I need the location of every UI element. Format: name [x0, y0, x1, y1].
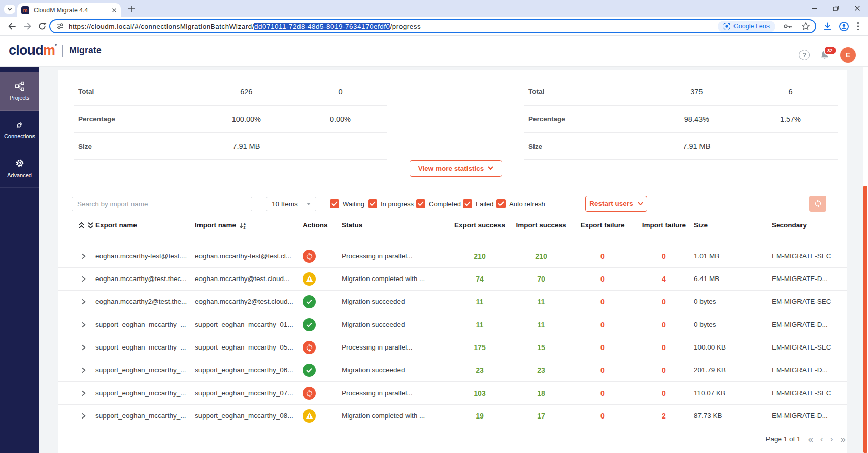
restart-users-button[interactable]: Restart users — [585, 196, 647, 212]
column-header-export-failure[interactable]: Export failure — [577, 218, 628, 232]
scrollbar-thumb[interactable] — [863, 186, 867, 453]
row-expand-button[interactable] — [80, 298, 87, 305]
checkbox-checked[interactable] — [416, 199, 425, 208]
logo-dot — [55, 44, 57, 46]
search-input[interactable] — [72, 197, 252, 211]
first-page-icon[interactable]: « — [808, 434, 814, 444]
row-expand-chevron-icon — [80, 367, 87, 374]
notifications-button[interactable]: 32 — [820, 50, 830, 60]
collapse-all-icon[interactable] — [78, 221, 85, 229]
import-statistics-table: Total3756Percentage98.43%1.57%Size7.91 M… — [524, 78, 838, 160]
row-expand-button[interactable] — [80, 275, 87, 283]
column-header-import-failure[interactable]: Import failure — [639, 218, 689, 232]
status-action-icon[interactable] — [303, 318, 316, 331]
back-button[interactable] — [7, 21, 17, 31]
row-expand-button[interactable] — [80, 412, 87, 420]
row-expand-chevron-icon — [80, 298, 87, 305]
column-header-status[interactable]: Status — [342, 218, 362, 232]
expand-all-icon[interactable] — [87, 221, 94, 229]
status-cell: Migration succeeded — [342, 291, 405, 313]
export-success-cell: 19 — [454, 405, 505, 427]
page-size-select[interactable]: 10 Items — [266, 197, 316, 211]
row-expand-chevron-icon — [80, 253, 87, 260]
import-name-cell: support_eoghan_mccarthy_08... — [195, 405, 293, 427]
check-icon — [331, 201, 338, 206]
import-name-cell: support_eoghan_mccarthy_06... — [195, 359, 293, 381]
column-header-import-name[interactable]: Import name AZ — [195, 218, 247, 232]
next-page-icon[interactable]: › — [830, 435, 833, 443]
import-name-cell: eoghan.mccarthy-test@test.cl... — [195, 245, 291, 267]
previous-page-icon[interactable]: ‹ — [820, 435, 823, 443]
filter-checkbox-completed[interactable]: Completed — [416, 197, 461, 211]
checkbox-checked[interactable] — [496, 199, 506, 208]
filter-checkbox-in-progress[interactable]: In progress — [368, 197, 414, 211]
column-header-export-success[interactable]: Export success — [454, 218, 505, 232]
export-success-cell: 175 — [454, 336, 505, 359]
download-icon[interactable] — [823, 22, 832, 31]
tab-close-icon[interactable] — [112, 8, 117, 13]
cloudm-favicon: m — [21, 6, 29, 14]
bookmark-star-icon[interactable] — [801, 22, 810, 31]
reload-button[interactable] — [37, 21, 47, 31]
status-action-icon[interactable] — [303, 250, 316, 263]
import-success-cell: 70 — [516, 268, 566, 290]
url-text[interactable]: https://cloudm.local/#/connectionsMigrat… — [69, 23, 718, 30]
forward-button[interactable] — [22, 21, 32, 31]
export-name-cell: support_eoghan_mccarthy_... — [95, 336, 186, 359]
success-check-icon — [305, 321, 313, 329]
new-tab-button[interactable] — [128, 5, 135, 12]
avatar[interactable]: E — [840, 47, 856, 63]
column-header-import-success[interactable]: Import success — [516, 218, 566, 232]
import-success-cell: 11 — [516, 291, 566, 313]
browser-tab[interactable]: m CloudM Migrate 4.4 — [17, 3, 121, 17]
help-icon[interactable]: ? — [799, 50, 810, 60]
chevron-down-icon — [638, 202, 643, 206]
filter-checkbox-auto-refresh[interactable]: Auto refresh — [496, 197, 545, 211]
tab-search-button[interactable] — [4, 5, 15, 14]
refresh-table-button[interactable] — [809, 196, 826, 212]
password-key-icon[interactable] — [783, 22, 793, 31]
profile-icon[interactable] — [839, 21, 849, 32]
row-expand-button[interactable] — [80, 253, 87, 260]
filter-checkbox-failed[interactable]: Failed — [463, 197, 493, 211]
minimize-button[interactable] — [804, 0, 825, 16]
google-lens-button[interactable]: Google Lens — [718, 21, 775, 32]
page-indicator: Page 1 of 1 — [765, 435, 800, 443]
browser-menu-icon[interactable] — [857, 22, 859, 31]
processing-sync-icon — [305, 389, 314, 398]
notification-badge: 32 — [824, 46, 837, 55]
checkbox-checked[interactable] — [368, 199, 377, 208]
import-success-cell: 11 — [516, 313, 566, 336]
close-window-button[interactable] — [847, 0, 868, 16]
row-expand-button[interactable] — [80, 367, 87, 374]
row-expand-button[interactable] — [80, 390, 87, 397]
checkbox-checked[interactable] — [330, 199, 339, 208]
column-header-secondary[interactable]: Secondary — [772, 218, 807, 232]
sidebar-item-connections[interactable]: Connections — [0, 111, 39, 149]
status-action-icon[interactable] — [303, 387, 316, 400]
export-failure-cell: 0 — [577, 359, 628, 381]
column-header-size[interactable]: Size — [694, 218, 708, 232]
last-page-icon[interactable]: » — [840, 434, 846, 444]
row-expand-button[interactable] — [80, 344, 87, 351]
status-action-icon[interactable] — [303, 272, 316, 286]
view-more-statistics-button[interactable]: View more statistics — [410, 160, 502, 177]
cloudm-logo: cloudm Migrate — [9, 43, 102, 58]
refresh-icon — [814, 199, 822, 208]
status-action-icon[interactable] — [303, 295, 316, 308]
checkbox-checked[interactable] — [463, 199, 472, 208]
filter-checkbox-waiting[interactable]: Waiting — [330, 197, 364, 211]
status-action-icon[interactable] — [303, 409, 316, 423]
sidebar-item-advanced[interactable]: Advanced — [0, 149, 39, 188]
maximize-button[interactable] — [825, 0, 847, 16]
gear-icon — [15, 158, 25, 168]
sidebar-item-projects[interactable]: Projects — [0, 72, 39, 111]
column-header-export-name[interactable]: Export name — [95, 218, 137, 232]
status-action-icon[interactable] — [303, 341, 316, 354]
status-action-icon[interactable] — [303, 364, 316, 377]
logo-m-text: m — [43, 43, 55, 58]
logo-divider — [62, 45, 63, 57]
status-cell: Migration completed with ... — [342, 268, 425, 290]
row-expand-button[interactable] — [80, 321, 87, 328]
address-bar[interactable]: https://cloudm.local/#/connectionsMigrat… — [49, 19, 816, 33]
